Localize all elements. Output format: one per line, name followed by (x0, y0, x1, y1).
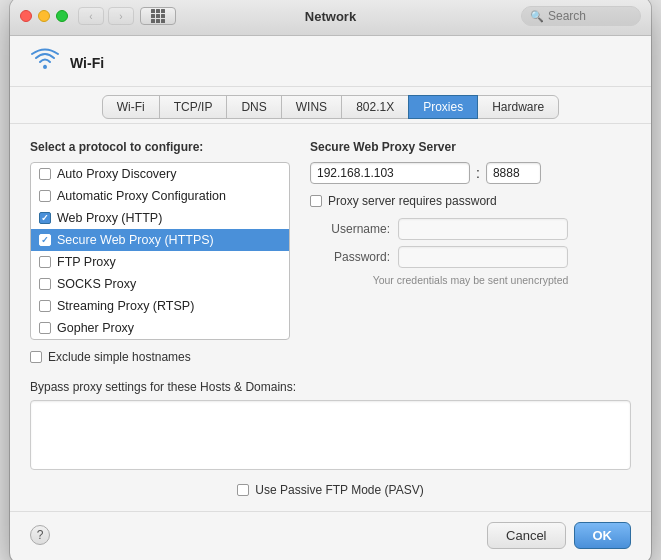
username-label: Username: (310, 222, 390, 236)
tab-proxies[interactable]: Proxies (408, 95, 478, 119)
credentials-note: Your credentials may be sent unencrypted (310, 274, 631, 286)
protocol-label-gopher-proxy: Gopher Proxy (57, 321, 134, 335)
tab-wins[interactable]: WINS (281, 95, 342, 119)
tab-wifi[interactable]: Wi-Fi (102, 95, 160, 119)
cancel-button[interactable]: Cancel (487, 522, 565, 549)
footer-buttons: Cancel OK (487, 522, 631, 549)
exclude-row: Exclude simple hostnames (30, 350, 290, 364)
checkbox-gopher-proxy[interactable] (39, 322, 51, 334)
checkbox-auto-discovery[interactable] (39, 168, 51, 180)
window-title: Network (305, 9, 356, 24)
password-row: Password: (310, 246, 631, 268)
protocol-label-auto-config: Automatic Proxy Configuration (57, 189, 226, 203)
grid-icon (151, 9, 165, 23)
checkbox-secure-web-proxy[interactable] (39, 234, 51, 246)
titlebar: ‹ › Network 🔍 (10, 0, 651, 36)
bottom-section: Bypass proxy settings for these Hosts & … (10, 380, 651, 511)
checkbox-ftp-proxy[interactable] (39, 256, 51, 268)
wifi-header: Wi-Fi (10, 36, 651, 87)
bypass-title: Bypass proxy settings for these Hosts & … (30, 380, 631, 394)
minimize-button[interactable] (38, 10, 50, 22)
forward-button[interactable]: › (108, 7, 134, 25)
protocol-item-auto-config[interactable]: Automatic Proxy Configuration (31, 185, 289, 207)
tab-dns[interactable]: DNS (226, 95, 281, 119)
tabs-row: Wi-Fi TCP/IP DNS WINS 802.1X Proxies Har… (10, 87, 651, 124)
protocol-item-web-proxy[interactable]: Web Proxy (HTTP) (31, 207, 289, 229)
pasv-row: Use Passive FTP Mode (PASV) (30, 483, 631, 497)
protocol-item-gopher-proxy[interactable]: Gopher Proxy (31, 317, 289, 339)
search-input[interactable] (548, 9, 628, 23)
back-button[interactable]: ‹ (78, 7, 104, 25)
protocol-label-socks-proxy: SOCKS Proxy (57, 277, 136, 291)
requires-password-label: Proxy server requires password (328, 194, 497, 208)
proxy-ip-input[interactable] (310, 162, 470, 184)
protocol-label-streaming-proxy: Streaming Proxy (RTSP) (57, 299, 194, 313)
help-button[interactable]: ? (30, 525, 50, 545)
maximize-button[interactable] (56, 10, 68, 22)
wifi-icon (30, 48, 60, 78)
search-bar[interactable]: 🔍 (521, 6, 641, 26)
bypass-textarea[interactable] (30, 400, 631, 470)
protocol-label-secure-web-proxy: Secure Web Proxy (HTTPS) (57, 233, 214, 247)
proxy-server-title: Secure Web Proxy Server (310, 140, 631, 154)
search-icon: 🔍 (530, 10, 544, 23)
protocol-item-auto-discovery[interactable]: Auto Proxy Discovery (31, 163, 289, 185)
content-area: Select a protocol to configure: Auto Pro… (10, 124, 651, 380)
exclude-label: Exclude simple hostnames (48, 350, 191, 364)
password-label: Password: (310, 250, 390, 264)
proxy-ip-row: : (310, 162, 631, 184)
grid-button[interactable] (140, 7, 176, 25)
wifi-label: Wi-Fi (70, 55, 104, 71)
checkbox-streaming-proxy[interactable] (39, 300, 51, 312)
tab-hardware[interactable]: Hardware (477, 95, 559, 119)
ok-button[interactable]: OK (574, 522, 632, 549)
protocol-item-secure-web-proxy[interactable]: Secure Web Proxy (HTTPS) (31, 229, 289, 251)
username-row: Username: (310, 218, 631, 240)
pasv-checkbox[interactable] (237, 484, 249, 496)
requires-password-row: Proxy server requires password (310, 194, 631, 208)
tab-8021x[interactable]: 802.1X (341, 95, 409, 119)
checkbox-socks-proxy[interactable] (39, 278, 51, 290)
protocol-item-streaming-proxy[interactable]: Streaming Proxy (RTSP) (31, 295, 289, 317)
svg-point-0 (43, 65, 47, 69)
protocol-list: Auto Proxy Discovery Automatic Proxy Con… (30, 162, 290, 340)
requires-password-checkbox[interactable] (310, 195, 322, 207)
protocol-item-ftp-proxy[interactable]: FTP Proxy (31, 251, 289, 273)
protocol-list-title: Select a protocol to configure: (30, 140, 290, 154)
pasv-label: Use Passive FTP Mode (PASV) (255, 483, 423, 497)
main-window: ‹ › Network 🔍 Wi-Fi (10, 0, 651, 560)
nav-buttons: ‹ › (78, 7, 134, 25)
exclude-checkbox[interactable] (30, 351, 42, 363)
proxy-port-input[interactable] (486, 162, 541, 184)
close-button[interactable] (20, 10, 32, 22)
tab-tcpip[interactable]: TCP/IP (159, 95, 228, 119)
protocol-item-socks-proxy[interactable]: SOCKS Proxy (31, 273, 289, 295)
left-panel: Select a protocol to configure: Auto Pro… (30, 140, 290, 364)
traffic-lights (20, 10, 68, 22)
username-input[interactable] (398, 218, 568, 240)
protocol-label-web-proxy: Web Proxy (HTTP) (57, 211, 162, 225)
protocol-label-auto-discovery: Auto Proxy Discovery (57, 167, 176, 181)
checkbox-auto-config[interactable] (39, 190, 51, 202)
checkbox-web-proxy[interactable] (39, 212, 51, 224)
right-panel: Secure Web Proxy Server : Proxy server r… (310, 140, 631, 364)
colon-separator: : (476, 165, 480, 181)
password-input[interactable] (398, 246, 568, 268)
footer: ? Cancel OK (10, 511, 651, 561)
protocol-label-ftp-proxy: FTP Proxy (57, 255, 116, 269)
